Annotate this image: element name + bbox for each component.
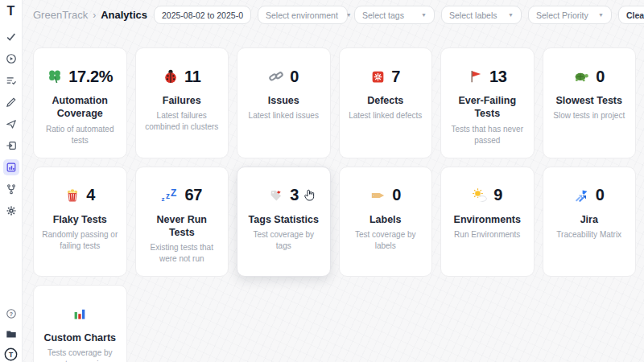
svg-text:?: ? <box>9 311 12 317</box>
filter-placeholder: Select labels <box>449 10 497 20</box>
card-value: 17.2% <box>68 68 113 86</box>
sun-cloud-icon <box>472 187 488 204</box>
brand-logo[interactable]: T <box>7 5 15 18</box>
sidebar: T ?T <box>0 0 23 362</box>
sidebar-item-list-check[interactable] <box>3 72 19 88</box>
sidebar-footer-folder[interactable] <box>3 326 19 342</box>
help-icon: ? <box>6 308 17 319</box>
widgets-grid: 17.2%Automation CoverageRatio of automat… <box>23 28 644 362</box>
chevron-down-icon: ▼ <box>508 12 514 18</box>
card-description: Latest failures combined in clusters <box>144 110 221 133</box>
link-icon <box>268 68 284 84</box>
card-value: 9 <box>493 186 502 204</box>
bar-chart-icon <box>72 306 88 322</box>
widget-card-automation-coverage[interactable]: 17.2%Automation CoverageRatio of automat… <box>33 47 127 158</box>
clover-icon <box>47 68 63 84</box>
alarm-icon <box>370 69 386 84</box>
filter-placeholder: Select environment <box>266 10 338 20</box>
svg-text:Z: Z <box>171 187 176 199</box>
filter-select-labels[interactable]: Select labels▼ <box>441 6 522 24</box>
jira-icon <box>574 187 590 204</box>
card-description: Latest linked issues <box>246 110 322 121</box>
sidebar-footer-avatar[interactable]: T <box>3 346 19 362</box>
import-icon <box>6 140 17 151</box>
list-check-icon <box>6 75 17 86</box>
breadcrumb-project[interactable]: GreenTrack <box>33 9 88 21</box>
card-title: Ever-Failing Tests <box>449 94 526 121</box>
card-title: Defects <box>348 94 424 107</box>
card-title: Slowest Tests <box>551 94 628 107</box>
card-description: Slow tests in project <box>551 110 628 121</box>
filter-placeholder: Select Priority <box>536 10 588 20</box>
card-description: Ratio of automated tests <box>42 124 118 146</box>
flag-icon <box>468 68 484 84</box>
widget-card-custom-charts[interactable]: Custom ChartsTests coverage by custom qu… <box>33 285 127 362</box>
play-circle-icon <box>6 53 17 64</box>
widget-card-labels[interactable]: 0LabelsTest coverage by labels <box>339 167 433 278</box>
date-range-picker[interactable]: 2025-08-02 to 2025-0 <box>154 6 251 24</box>
breadcrumb-separator: › <box>93 10 96 21</box>
sidebar-footer-help[interactable]: ? <box>3 306 19 322</box>
sidebar-item-paper-plane[interactable] <box>3 116 19 132</box>
card-value: 13 <box>489 68 507 86</box>
chevron-down-icon: ▼ <box>421 12 427 18</box>
card-value: 3 <box>290 186 299 204</box>
card-description: Latest linked defects <box>348 110 424 121</box>
card-title: Flaky Tests <box>42 213 118 226</box>
sidebar-nav <box>3 29 19 219</box>
breadcrumb: GreenTrack › Analytics <box>33 9 147 21</box>
card-value: 0 <box>392 186 401 204</box>
widget-card-issues[interactable]: 0IssuesLatest linked issues <box>237 47 331 158</box>
filter-select-tags[interactable]: Select tags▼ <box>354 6 435 24</box>
sidebar-item-check[interactable] <box>3 29 19 45</box>
widget-card-failures[interactable]: 11FailuresLatest failures combined in cl… <box>135 47 229 158</box>
card-title: Jira <box>551 213 628 226</box>
card-title: Custom Charts <box>42 331 118 344</box>
ladybug-icon <box>163 68 179 84</box>
card-value: 0 <box>596 186 605 204</box>
clear-filters-button[interactable]: Clear <box>618 6 644 24</box>
paper-plane-icon <box>6 118 17 130</box>
svg-text:z: z <box>166 191 170 200</box>
card-title: Automation Coverage <box>42 94 118 121</box>
analytics-dashboard: { "brand": { "logo_text": "T" }, "breadc… <box>0 0 644 362</box>
filter-select-environment[interactable]: Select environment▼ <box>258 6 348 24</box>
widget-card-defects[interactable]: 7DefectsLatest linked defects <box>339 47 433 158</box>
sidebar-item-branch[interactable] <box>3 181 19 197</box>
widget-card-ever-failing-tests[interactable]: 13Ever-Failing TestsTests that has never… <box>440 47 535 158</box>
sidebar-item-analytics-chart[interactable] <box>3 159 19 175</box>
card-title: Tags Statistics <box>246 213 322 226</box>
filter-placeholder: Select tags <box>362 10 404 20</box>
label-icon <box>369 187 386 204</box>
filter-select-priority[interactable]: Select Priority▼ <box>528 6 612 24</box>
card-value: 0 <box>596 68 605 86</box>
widget-card-tags-statistics[interactable]: 3Tags StatisticsTest coverage by tags <box>237 167 331 278</box>
card-description: Tests that has never passed <box>449 124 526 146</box>
card-description: Run Environments <box>449 229 526 241</box>
avatar-icon: T <box>4 348 18 361</box>
check-icon <box>6 31 17 43</box>
analytics-chart-icon <box>6 162 17 173</box>
widget-card-slowest-tests[interactable]: 0Slowest TestsSlow tests in project <box>543 47 637 158</box>
card-description: Existing tests that were not run <box>144 242 221 265</box>
filter-bar: 2025-08-02 to 2025-0 Select environment▼… <box>154 6 644 24</box>
widget-card-never-run-tests[interactable]: zzZ67Never Run TestsExisting tests that … <box>135 167 229 278</box>
widget-card-environments[interactable]: 9EnvironmentsRun Environments <box>440 167 535 278</box>
card-value: 67 <box>184 186 202 204</box>
svg-text:T: T <box>9 350 14 358</box>
zzz-icon: zzZ <box>161 187 179 204</box>
sidebar-item-import[interactable] <box>3 138 19 154</box>
chevron-down-icon: ▼ <box>598 12 604 18</box>
svg-text:z: z <box>162 195 165 203</box>
gear-icon <box>6 205 17 216</box>
card-description: Traceability Matrix <box>551 229 628 241</box>
widget-card-jira[interactable]: 0JiraTraceability Matrix <box>543 167 637 278</box>
sidebar-item-play-circle[interactable] <box>3 51 19 67</box>
sidebar-item-gear[interactable] <box>3 203 19 219</box>
chevron-down-icon: ▼ <box>346 12 352 18</box>
sidebar-item-pencil[interactable] <box>3 94 19 110</box>
filter-selects: Select environment▼Select tags▼Select la… <box>258 6 612 24</box>
topbar: GreenTrack › Analytics 2025-08-02 to 202… <box>23 0 644 28</box>
folder-icon <box>6 328 17 339</box>
widget-card-flaky-tests[interactable]: 4Flaky TestsRandomly passing or failing … <box>33 167 127 278</box>
